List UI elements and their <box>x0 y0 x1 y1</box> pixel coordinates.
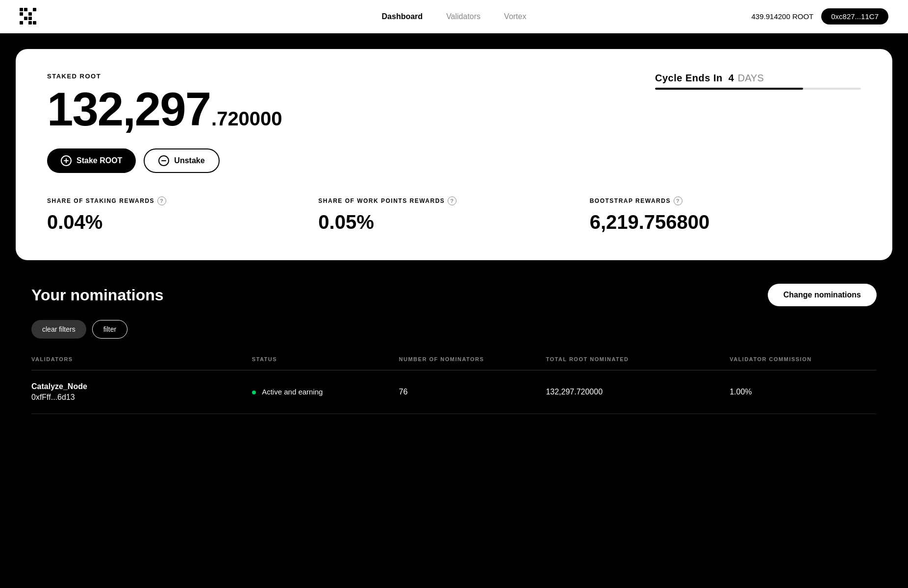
main-card: Cycle Ends In 4 DAYS STAKED ROOT 132,297… <box>16 49 892 260</box>
nominations-header: Your nominations Change nominations <box>31 284 877 306</box>
filter-button[interactable]: filter <box>92 320 127 339</box>
cycle-label: Cycle Ends In <box>655 73 723 84</box>
staking-help-icon[interactable]: ? <box>157 196 166 205</box>
nav-address[interactable]: 0xc827...11C7 <box>821 8 888 24</box>
reward-work-label: SHARE OF WORK POINTS REWARDS ? <box>318 196 570 205</box>
unstake-icon <box>158 155 169 166</box>
nominators-cell: 76 <box>399 388 546 396</box>
validator-name: Catalyze_Node <box>31 382 252 391</box>
staked-amount: 132,297 .720000 <box>47 86 861 133</box>
cycle-section: Cycle Ends In 4 DAYS <box>655 73 861 90</box>
bootstrap-help-icon[interactable]: ? <box>674 196 682 205</box>
table-row: Catalyze_Node 0xfFff...6d13 Active and e… <box>31 370 877 414</box>
work-help-icon[interactable]: ? <box>448 196 456 205</box>
nav-balance: 439.914200 ROOT <box>752 12 814 21</box>
nav-validators[interactable]: Validators <box>446 12 480 21</box>
nav-links: Dashboard Validators Vortex <box>382 12 527 21</box>
action-buttons: Stake ROOT Unstake <box>47 148 861 173</box>
reward-bootstrap-label: BOOTSTRAP REWARDS ? <box>590 196 841 205</box>
app-logo <box>20 8 37 25</box>
validator-address: 0xfFff...6d13 <box>31 393 252 402</box>
clear-filters-button[interactable]: clear filters <box>31 320 86 339</box>
cycle-progress-fill <box>655 88 803 90</box>
cycle-days-unit: DAYS <box>738 73 764 84</box>
rewards-row: SHARE OF STAKING REWARDS ? 0.04% SHARE O… <box>47 196 861 233</box>
th-status: STATUS <box>252 356 399 362</box>
th-nominators: NUMBER OF NOMINATORS <box>399 356 546 362</box>
validator-cell: Catalyze_Node 0xfFff...6d13 <box>31 382 252 402</box>
stake-button[interactable]: Stake ROOT <box>47 148 136 173</box>
reward-work-value: 0.05% <box>318 211 570 233</box>
reward-bootstrap-value: 6,219.756800 <box>590 211 841 233</box>
unstake-button[interactable]: Unstake <box>144 148 219 173</box>
change-nominations-button[interactable]: Change nominations <box>768 284 877 306</box>
th-total-root: TOTAL ROOT NOMINATED <box>546 356 730 362</box>
table-header: VALIDATORS STATUS NUMBER OF NOMINATORS T… <box>31 356 877 370</box>
total-root-cell: 132,297.720000 <box>546 388 730 396</box>
nav-vortex[interactable]: Vortex <box>504 12 526 21</box>
reward-staking: SHARE OF STAKING REWARDS ? 0.04% <box>47 196 318 233</box>
reward-bootstrap: BOOTSTRAP REWARDS ? 6,219.756800 <box>590 196 861 233</box>
cycle-progress-bar <box>655 88 861 90</box>
nominations-title: Your nominations <box>31 286 164 304</box>
nav-right: 439.914200 ROOT 0xc827...11C7 <box>752 8 888 24</box>
th-validators: VALIDATORS <box>31 356 252 362</box>
commission-cell: 1.00% <box>730 388 877 396</box>
th-commission: VALIDATOR COMMISSION <box>730 356 877 362</box>
bottom-section: Your nominations Change nominations clea… <box>0 260 908 414</box>
reward-staking-label: SHARE OF STAKING REWARDS ? <box>47 196 299 205</box>
stake-icon <box>61 155 72 166</box>
staked-main: 132,297 <box>47 86 210 133</box>
status-text: Active and earning <box>262 388 323 396</box>
nominations-table: VALIDATORS STATUS NUMBER OF NOMINATORS T… <box>31 356 877 414</box>
nav-dashboard[interactable]: Dashboard <box>382 12 423 21</box>
navbar: Dashboard Validators Vortex 439.914200 R… <box>0 0 908 33</box>
filter-row: clear filters filter <box>31 320 877 339</box>
staked-decimal: .720000 <box>211 109 282 128</box>
cycle-days-number: 4 <box>729 73 734 84</box>
status-cell: Active and earning <box>252 388 399 396</box>
status-dot <box>252 391 256 394</box>
reward-staking-value: 0.04% <box>47 211 299 233</box>
reward-work-points: SHARE OF WORK POINTS REWARDS ? 0.05% <box>318 196 589 233</box>
